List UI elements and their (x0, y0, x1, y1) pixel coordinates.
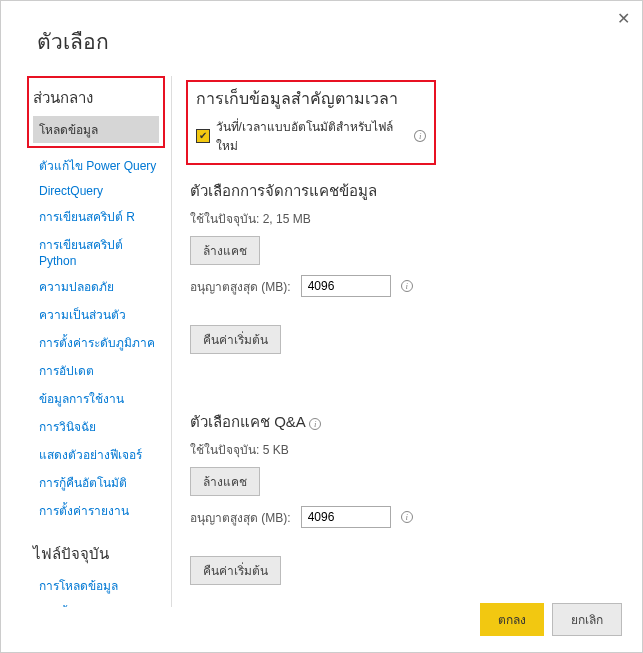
sidebar-item-security[interactable]: ความปลอดภัย (33, 273, 165, 300)
spacer (190, 311, 622, 325)
info-icon[interactable]: i (401, 280, 413, 292)
sidebar-item-data-load[interactable]: โหลดข้อมูล (33, 116, 159, 143)
sidebar-item-auto-recovery[interactable]: การกู้คืนอัตโนมัติ (33, 469, 165, 496)
qa-max-row: อนุญาตสูงสุด (MB): i (190, 506, 622, 528)
cache-max-label: อนุญาตสูงสุด (MB): (190, 277, 291, 296)
vertical-divider (171, 76, 172, 607)
sidebar-header-current-file: ไฟล์ปัจจุบัน (33, 542, 165, 566)
qa-max-label: อนุญาตสูงสุด (MB): (190, 508, 291, 527)
cache-usage-text: ใช้ในปัจจุบัน: 2, 15 MB (190, 209, 622, 228)
check-icon: ✔ (199, 131, 207, 141)
highlight-sidebar-box: ส่วนกลาง โหลดข้อมูล (27, 76, 165, 148)
sidebar: ส่วนกลาง โหลดข้อมูล ตัวแก้ไข Power Query… (1, 76, 165, 607)
auto-datetime-label: วันที่/เวลาแบบอัตโนมัติสำหรับไฟล์ใหม่ (216, 117, 409, 155)
qa-cache-title: ตัวเลือกแคช Q&A i (190, 410, 622, 434)
spacer (190, 364, 622, 404)
sidebar-item-updates[interactable]: การอัปเดต (33, 357, 165, 384)
cancel-button[interactable]: ยกเลิก (552, 603, 622, 636)
sidebar-item-usage-data[interactable]: ข้อมูลการใช้งาน (33, 385, 165, 412)
options-dialog: ✕ ตัวเลือก ส่วนกลาง โหลดข้อมูล ตัวแก้ไข … (0, 0, 643, 653)
auto-datetime-checkbox[interactable]: ✔ (196, 129, 210, 143)
cache-max-input[interactable] (301, 275, 391, 297)
sidebar-item-report-settings[interactable]: การตั้งค่ารายงาน (33, 497, 165, 524)
sidebar-item-r-scripting[interactable]: การเขียนสคริปต์ R (33, 203, 165, 230)
main-panel: การเก็บข้อมูลสำคัญตามเวลา ✔ วันที่/เวลาแ… (176, 76, 642, 607)
dialog-title: ตัวเลือก (1, 1, 642, 76)
cache-max-row: อนุญาตสูงสุด (MB): i (190, 275, 622, 297)
close-button[interactable]: ✕ (617, 9, 630, 28)
sidebar-item-diagnostics[interactable]: การวินิจฉัย (33, 413, 165, 440)
auto-datetime-row: ✔ วันที่/เวลาแบบอัตโนมัติสำหรับไฟล์ใหม่ … (196, 117, 426, 155)
clear-cache-button[interactable]: ล้างแคช (190, 236, 260, 265)
sidebar-item-power-query[interactable]: ตัวแก้ไข Power Query (33, 152, 165, 179)
sidebar-item-cf-regional[interactable]: การตั้งค่าระดับภูมิภาค (33, 600, 165, 607)
info-icon[interactable]: i (309, 418, 321, 430)
info-icon[interactable]: i (414, 130, 426, 142)
qa-cache-title-text: ตัวเลือกแคช Q&A (190, 413, 305, 430)
sidebar-item-directquery[interactable]: DirectQuery (33, 180, 165, 202)
sidebar-item-regional[interactable]: การตั้งค่าระดับภูมิภาค (33, 329, 165, 356)
sidebar-header-global: ส่วนกลาง (33, 86, 159, 110)
sidebar-item-preview[interactable]: แสดงตัวอย่างฟีเจอร์ (33, 441, 165, 468)
clear-qa-cache-button[interactable]: ล้างแคช (190, 467, 260, 496)
dialog-content: ส่วนกลาง โหลดข้อมูล ตัวแก้ไข Power Query… (1, 76, 642, 607)
close-icon: ✕ (617, 10, 630, 27)
sidebar-item-python-scripting[interactable]: การเขียนสคริปต์ Python (33, 231, 165, 272)
sidebar-item-cf-data-load[interactable]: การโหลดข้อมูล (33, 572, 165, 599)
dialog-footer: ตกลง ยกเลิก (480, 603, 622, 636)
info-icon[interactable]: i (401, 511, 413, 523)
qa-max-input[interactable] (301, 506, 391, 528)
highlight-main-box: การเก็บข้อมูลสำคัญตามเวลา ✔ วันที่/เวลาแ… (186, 80, 436, 165)
cache-mgmt-title: ตัวเลือกการจัดการแคชข้อมูล (190, 179, 622, 203)
spacer (190, 542, 622, 556)
time-intelligence-title: การเก็บข้อมูลสำคัญตามเวลา (196, 86, 426, 111)
restore-defaults-cache-button[interactable]: คืนค่าเริ่มต้น (190, 325, 281, 354)
restore-defaults-qa-button[interactable]: คืนค่าเริ่มต้น (190, 556, 281, 585)
ok-button[interactable]: ตกลง (480, 603, 544, 636)
qa-usage-text: ใช้ในปัจจุบัน: 5 KB (190, 440, 622, 459)
sidebar-item-privacy[interactable]: ความเป็นส่วนตัว (33, 301, 165, 328)
